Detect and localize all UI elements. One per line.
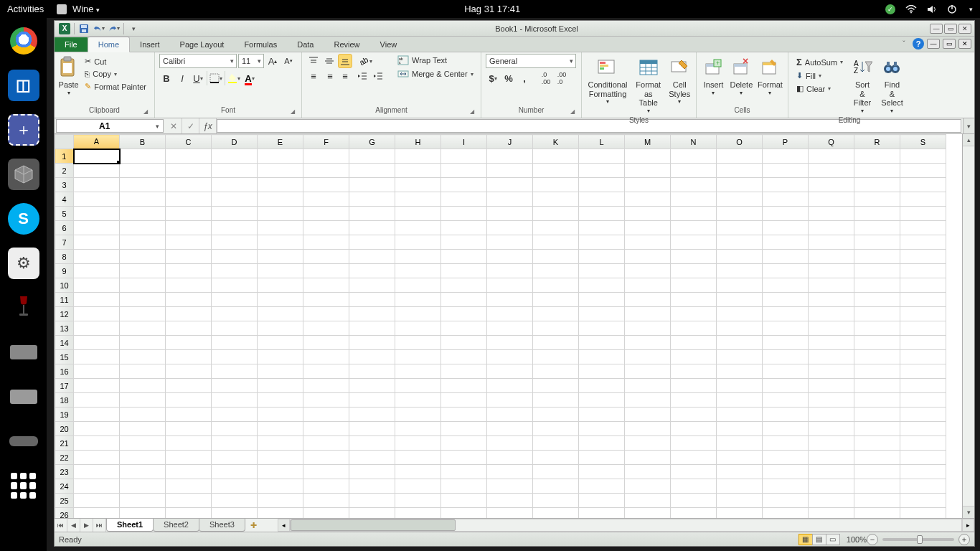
wrap-text-button[interactable]: abc Wrap Text	[394, 54, 477, 67]
cell-M3[interactable]	[625, 178, 671, 192]
cell-P2[interactable]	[763, 164, 809, 178]
cell-S7[interactable]	[900, 235, 946, 250]
cell-J14[interactable]	[487, 336, 533, 350]
cell-A24[interactable]	[74, 479, 120, 494]
cell-P11[interactable]	[763, 293, 809, 307]
cell-J2[interactable]	[487, 164, 533, 178]
tab-review[interactable]: Review	[324, 37, 369, 52]
cell-Q18[interactable]	[809, 393, 854, 408]
cell-L19[interactable]	[579, 408, 625, 422]
cell-R8[interactable]	[854, 250, 900, 264]
cell-S5[interactable]	[900, 207, 946, 221]
cell-J19[interactable]	[487, 408, 533, 422]
cell-P13[interactable]	[763, 321, 809, 336]
cell-M24[interactable]	[625, 479, 671, 494]
cell-I26[interactable]	[441, 508, 487, 519]
cell-E17[interactable]	[258, 379, 303, 393]
cell-G24[interactable]	[349, 479, 395, 494]
cell-P23[interactable]	[763, 465, 809, 479]
cell-D4[interactable]	[212, 192, 258, 207]
cell-I8[interactable]	[441, 250, 487, 264]
cell-M23[interactable]	[625, 465, 671, 479]
cell-I12[interactable]	[441, 307, 487, 321]
cell-I19[interactable]	[441, 408, 487, 422]
cell-F25[interactable]	[303, 494, 349, 508]
tab-data[interactable]: Data	[287, 37, 324, 52]
cell-K4[interactable]	[533, 192, 579, 207]
column-header-P[interactable]: P	[763, 135, 809, 149]
cell-O13[interactable]	[717, 321, 763, 336]
cell-H13[interactable]	[395, 321, 441, 336]
cell-J24[interactable]	[487, 479, 533, 494]
cell-N4[interactable]	[671, 192, 717, 207]
cell-R13[interactable]	[854, 321, 900, 336]
column-header-R[interactable]: R	[854, 135, 900, 149]
tab-home[interactable]: Home	[88, 37, 130, 52]
cell-K11[interactable]	[533, 293, 579, 307]
cell-H2[interactable]	[395, 164, 441, 178]
cell-Q16[interactable]	[809, 364, 854, 379]
cell-E16[interactable]	[258, 364, 303, 379]
cell-Q10[interactable]	[809, 278, 854, 293]
status-ok-icon[interactable]: ✓	[885, 4, 895, 14]
cell-A19[interactable]	[74, 408, 120, 422]
cell-D10[interactable]	[212, 278, 258, 293]
cell-I11[interactable]	[441, 293, 487, 307]
row-header-12[interactable]: 12	[55, 307, 74, 321]
cell-R10[interactable]	[854, 278, 900, 293]
select-all-corner[interactable]	[55, 135, 74, 149]
cell-D19[interactable]	[212, 408, 258, 422]
cell-E8[interactable]	[258, 250, 303, 264]
cell-D12[interactable]	[212, 307, 258, 321]
sheet-tab-sheet2[interactable]: Sheet2	[153, 519, 199, 532]
cell-R19[interactable]	[854, 408, 900, 422]
column-header-Q[interactable]: Q	[809, 135, 854, 149]
cell-J22[interactable]	[487, 451, 533, 465]
cell-I3[interactable]	[441, 178, 487, 192]
column-header-C[interactable]: C	[166, 135, 212, 149]
cell-I1[interactable]	[441, 149, 487, 164]
cell-S10[interactable]	[900, 278, 946, 293]
cell-H3[interactable]	[395, 178, 441, 192]
cell-D1[interactable]	[212, 149, 258, 164]
cell-L24[interactable]	[579, 479, 625, 494]
cell-A4[interactable]	[74, 192, 120, 207]
cell-B19[interactable]	[120, 408, 166, 422]
cell-I2[interactable]	[441, 164, 487, 178]
cell-J11[interactable]	[487, 293, 533, 307]
cell-H4[interactable]	[395, 192, 441, 207]
excel-logo-icon[interactable]: X	[59, 23, 70, 34]
cell-E11[interactable]	[258, 293, 303, 307]
cell-Q8[interactable]	[809, 250, 854, 264]
cell-J25[interactable]	[487, 494, 533, 508]
tab-formulas[interactable]: Formulas	[234, 37, 287, 52]
column-header-B[interactable]: B	[120, 135, 166, 149]
cell-R4[interactable]	[854, 192, 900, 207]
cell-K8[interactable]	[533, 250, 579, 264]
cell-Q20[interactable]	[809, 422, 854, 436]
row-header-13[interactable]: 13	[55, 321, 74, 336]
fill-color-button[interactable]	[227, 71, 241, 85]
cell-I14[interactable]	[441, 336, 487, 350]
cell-M4[interactable]	[625, 192, 671, 207]
cell-R23[interactable]	[854, 465, 900, 479]
cell-C24[interactable]	[166, 479, 212, 494]
cell-D26[interactable]	[212, 508, 258, 519]
cell-C22[interactable]	[166, 451, 212, 465]
cell-M26[interactable]	[625, 508, 671, 519]
cell-B7[interactable]	[120, 235, 166, 250]
cell-L14[interactable]	[579, 336, 625, 350]
cell-O6[interactable]	[717, 221, 763, 235]
cell-F15[interactable]	[303, 350, 349, 364]
cell-O23[interactable]	[717, 465, 763, 479]
grow-font-button[interactable]: A▴	[265, 54, 280, 68]
percent-format-button[interactable]: %	[501, 71, 516, 85]
cell-Q12[interactable]	[809, 307, 854, 321]
cell-S18[interactable]	[900, 393, 946, 408]
cell-M8[interactable]	[625, 250, 671, 264]
scroll-left-button[interactable]: ◂	[278, 519, 290, 532]
cell-C12[interactable]	[166, 307, 212, 321]
cell-O3[interactable]	[717, 178, 763, 192]
cell-A11[interactable]	[74, 293, 120, 307]
cell-D17[interactable]	[212, 379, 258, 393]
